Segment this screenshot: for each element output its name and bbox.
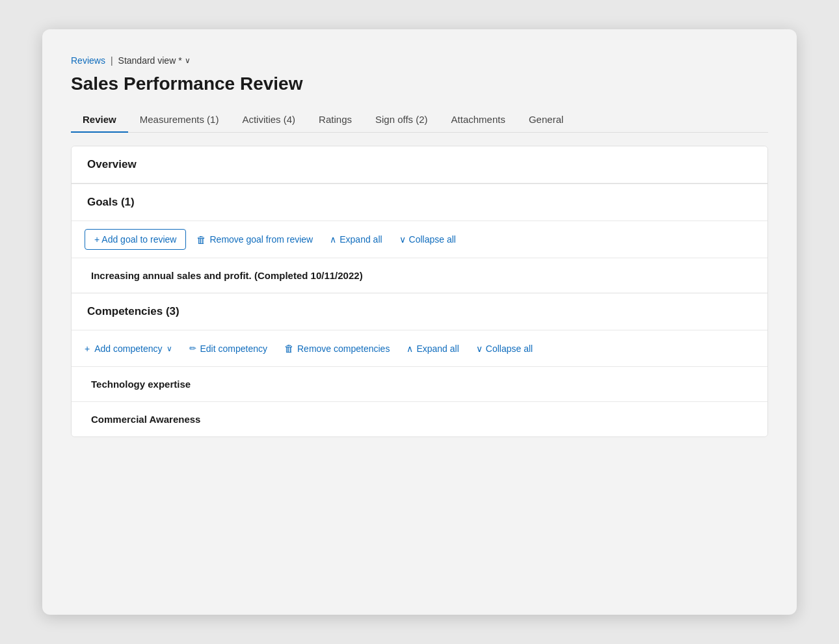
competencies-toolbar: + Add competency ∨ ✏ Edit competency 🗑 R… [72, 330, 767, 367]
add-competency-chevron-icon: ∨ [166, 344, 172, 353]
tab-review[interactable]: Review [71, 107, 128, 133]
competency-item-2: Commercial Awareness [72, 402, 767, 436]
tab-measurements[interactable]: Measurements (1) [128, 107, 231, 133]
add-competency-button[interactable]: + Add competency ∨ [85, 339, 179, 358]
tab-signoffs[interactable]: Sign offs (2) [364, 107, 440, 133]
goals-header: Goals (1) [72, 184, 767, 221]
edit-competency-button[interactable]: ✏ Edit competency [183, 339, 274, 358]
tabs-bar: Review Measurements (1) Activities (4) R… [71, 107, 768, 133]
breadcrumb-current: Standard view * ∨ [118, 55, 191, 66]
goals-toolbar: + Add goal to review 🗑 Remove goal from … [72, 221, 767, 258]
remove-goal-label: Remove goal from review [209, 234, 313, 245]
remove-goal-trash-icon: 🗑 [196, 234, 206, 245]
tab-general[interactable]: General [517, 107, 575, 133]
goals-collapse-all-button[interactable]: ∨ Collapse all [393, 230, 462, 249]
add-goal-button[interactable]: + Add goal to review [85, 229, 186, 250]
breadcrumb-view-label: Standard view * [118, 55, 182, 66]
competencies-expand-icon: ∧ [406, 343, 413, 354]
goals-expand-icon: ∧ [330, 234, 336, 245]
remove-competency-label: Remove competencies [297, 343, 390, 354]
remove-competency-trash-icon: 🗑 [284, 343, 294, 354]
competencies-collapse-all-button[interactable]: ∨ Collapse all [470, 339, 539, 358]
goals-expand-label: Expand all [340, 234, 382, 245]
competencies-expand-label: Expand all [416, 343, 459, 354]
goal-item-1: Increasing annual sales and profit. (Com… [72, 258, 767, 293]
goals-collapse-icon: ∨ [399, 234, 406, 245]
tab-attachments[interactable]: Attachments [440, 107, 517, 133]
goals-expand-all-button[interactable]: ∧ Expand all [323, 230, 388, 249]
breadcrumb-chevron-icon[interactable]: ∨ [185, 56, 191, 65]
goals-collapse-label: Collapse all [409, 234, 456, 245]
app-window: Reviews | Standard view * ∨ Sales Perfor… [42, 29, 797, 615]
add-goal-label: + Add goal to review [94, 234, 176, 245]
add-competency-plus-icon: + [85, 343, 90, 354]
content-area: Overview Goals (1) + Add goal to review … [71, 146, 768, 437]
page-title: Sales Performance Review [71, 74, 768, 94]
edit-competency-pencil-icon: ✏ [189, 343, 196, 353]
breadcrumb-reviews-link[interactable]: Reviews [71, 55, 105, 66]
goals-section: Goals (1) + Add goal to review 🗑 Remove … [72, 184, 767, 293]
overview-section: Overview [72, 146, 767, 184]
breadcrumb: Reviews | Standard view * ∨ [71, 55, 768, 66]
competencies-collapse-label: Collapse all [486, 343, 533, 354]
tab-ratings[interactable]: Ratings [307, 107, 364, 133]
competencies-collapse-icon: ∨ [476, 343, 483, 354]
remove-goal-button[interactable]: 🗑 Remove goal from review [190, 230, 319, 250]
overview-header: Overview [72, 146, 767, 183]
tab-activities[interactable]: Activities (4) [230, 107, 307, 133]
competencies-section: Competencies (3) + Add competency ∨ ✏ Ed… [72, 293, 767, 436]
competency-item-1: Technology expertise [72, 367, 767, 402]
competencies-expand-all-button[interactable]: ∧ Expand all [400, 339, 465, 358]
add-competency-label: Add competency [94, 343, 162, 354]
competencies-header: Competencies (3) [72, 293, 767, 330]
remove-competencies-button[interactable]: 🗑 Remove competencies [278, 338, 396, 358]
breadcrumb-separator: | [111, 55, 113, 66]
edit-competency-label: Edit competency [200, 343, 267, 354]
